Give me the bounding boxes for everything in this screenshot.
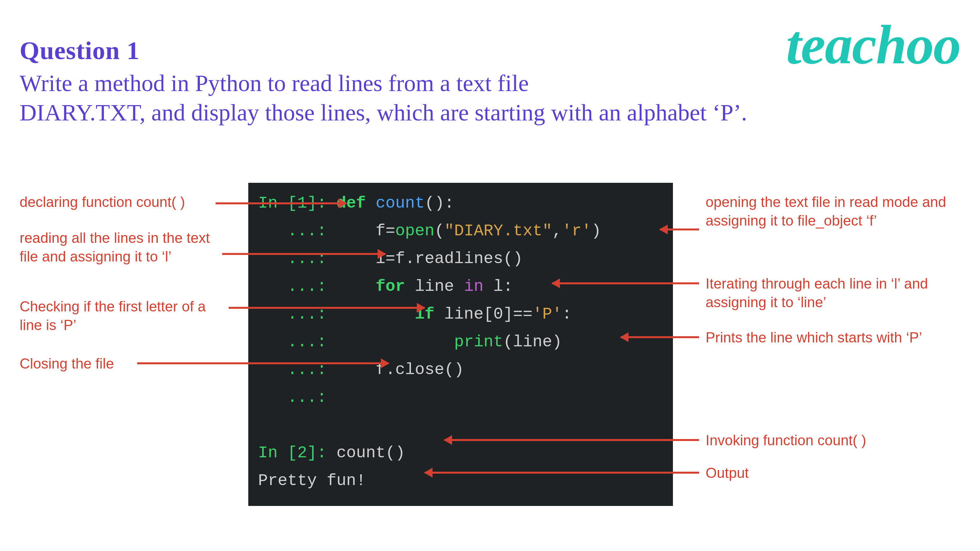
code-block: In [1]: def count(): ...: f=open("DIARY.… bbox=[248, 183, 673, 506]
builtin-print: print bbox=[454, 333, 503, 351]
annotation-print-line: Prints the line which starts with ‘P’ bbox=[706, 328, 974, 347]
arrow-icon bbox=[222, 253, 385, 255]
code-punct: (): bbox=[425, 194, 454, 213]
code-if-cond: line[0]== bbox=[434, 305, 533, 324]
annotation-check-first-letter: Checking if the first letter of a line i… bbox=[20, 297, 232, 334]
arrow-icon bbox=[444, 439, 699, 441]
string-diary: "DIARY.txt" bbox=[444, 222, 552, 240]
question-body-line1: Write a method in Python to read lines f… bbox=[20, 70, 529, 96]
question-body: Write a method in Python to read lines f… bbox=[20, 68, 747, 127]
arrow-icon bbox=[229, 307, 425, 309]
code-prompt-2: In [2]: bbox=[258, 444, 327, 462]
code-punct: ) bbox=[591, 222, 601, 240]
arrow-icon bbox=[137, 362, 389, 364]
code-punct: , bbox=[552, 222, 562, 240]
arrow-icon bbox=[620, 336, 699, 338]
code-readlines: l=f.readlines() bbox=[375, 249, 523, 268]
builtin-open: open bbox=[395, 222, 434, 240]
keyword-for: for bbox=[375, 277, 405, 296]
annotation-declare-function: declaring function count( ) bbox=[20, 192, 232, 211]
annotation-open-file: opening the text file in read mode and a… bbox=[706, 192, 960, 230]
code-for-iter: l: bbox=[484, 277, 513, 296]
annotation-iterate: Iterating through each line in ‘l’ and a… bbox=[706, 274, 960, 311]
code-invoke: count() bbox=[336, 444, 405, 462]
annotation-invoke: Invoking function count( ) bbox=[706, 431, 960, 449]
code-punct: : bbox=[562, 305, 572, 324]
code-continuation: ...: bbox=[258, 388, 327, 407]
arrow-icon bbox=[660, 229, 699, 230]
code-continuation: ...: bbox=[258, 249, 327, 268]
annotation-readlines: reading all the lines in the text file a… bbox=[20, 229, 232, 266]
question-title: Question 1 bbox=[20, 36, 747, 65]
code-output: Pretty fun! bbox=[258, 472, 366, 490]
question-body-line2: DIARY.TXT, and display those lines, whic… bbox=[20, 100, 747, 125]
string-p: 'P' bbox=[533, 305, 562, 324]
arrow-icon bbox=[216, 202, 346, 204]
function-name-count: count bbox=[375, 194, 425, 213]
code-for-var: line bbox=[405, 277, 464, 296]
string-mode: 'r' bbox=[562, 222, 591, 240]
code-punct: ( bbox=[434, 222, 444, 240]
arrow-icon bbox=[552, 283, 699, 284]
brand-logo: teachoo bbox=[786, 13, 960, 77]
code-continuation: ...: bbox=[258, 333, 327, 351]
keyword-in: in bbox=[464, 277, 484, 296]
annotation-output: Output bbox=[706, 464, 960, 482]
code-print-args: (line) bbox=[503, 333, 562, 351]
arrow-icon bbox=[425, 472, 699, 474]
code-continuation: ...: bbox=[258, 277, 327, 296]
code-continuation: ...: bbox=[258, 222, 327, 240]
question-block: Question 1 Write a method in Python to r… bbox=[20, 36, 747, 127]
code-assign-f: f= bbox=[375, 222, 395, 240]
